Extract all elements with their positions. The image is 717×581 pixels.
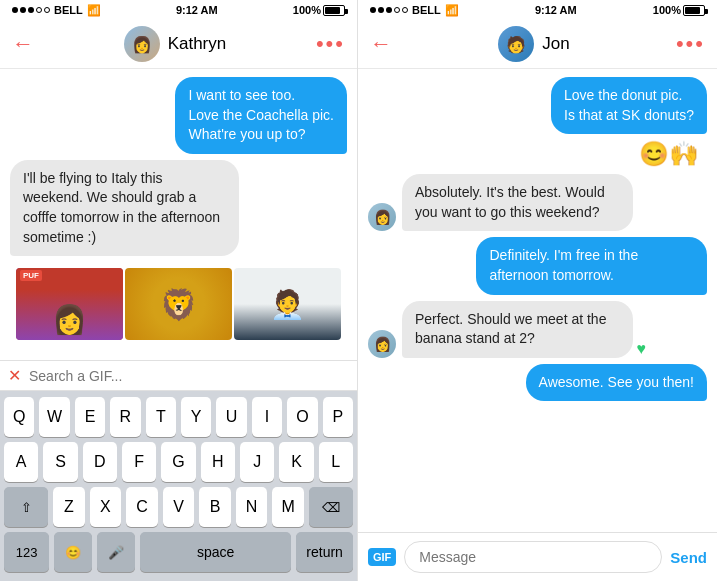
time-left: 9:12 AM <box>176 4 218 16</box>
key-e[interactable]: E <box>75 397 105 437</box>
battery-pct-right: 100% <box>653 4 681 16</box>
kb-row-1: A S D F G H J K L <box>4 442 353 482</box>
bubble-sent-0: I want to see too.Love the Coachella pic… <box>175 77 347 154</box>
gif-thumb-1[interactable]: 🦁 <box>125 268 232 340</box>
contact-name-right[interactable]: Jon <box>542 34 569 54</box>
key-w[interactable]: W <box>39 397 69 437</box>
gif-thumb-0[interactable]: PUF 👩 <box>16 268 123 340</box>
bubble-r2: Absolutely. It's the best. Would you wan… <box>402 174 633 231</box>
rdot1 <box>370 7 376 13</box>
gif-search-input[interactable] <box>29 368 349 384</box>
dot3 <box>28 7 34 13</box>
key-m[interactable]: M <box>272 487 304 527</box>
key-k[interactable]: K <box>279 442 313 482</box>
key-v[interactable]: V <box>163 487 195 527</box>
gif-thumb-2[interactable]: 🧑‍💼 <box>234 268 341 340</box>
key-x[interactable]: X <box>90 487 122 527</box>
kb-row-0: Q W E R T Y U I O P <box>4 397 353 437</box>
key-y[interactable]: Y <box>181 397 211 437</box>
avatar-small-r2: 👩 <box>368 203 396 231</box>
key-b[interactable]: B <box>199 487 231 527</box>
send-button[interactable]: Send <box>670 549 707 566</box>
heart-icon: ♥ <box>637 340 647 358</box>
avatar-left[interactable]: 👩 <box>124 26 160 62</box>
key-mic[interactable]: 🎤 <box>97 532 135 572</box>
avatar-small-r4: 👩 <box>368 330 396 358</box>
message-row-0: I want to see too.Love the Coachella pic… <box>10 77 347 154</box>
kb-row-3: 123 😊 🎤 space return <box>4 532 353 572</box>
key-j[interactable]: J <box>240 442 274 482</box>
wifi-icon-left: 📶 <box>87 4 101 17</box>
nav-bar-right: ← 🧑 Jon ••• <box>358 20 717 69</box>
back-button-right[interactable]: ← <box>370 31 392 57</box>
gif-clear-button[interactable]: ✕ <box>8 366 21 385</box>
key-q[interactable]: Q <box>4 397 34 437</box>
key-t[interactable]: T <box>146 397 176 437</box>
msg-emoji-row: 😊🙌 <box>368 140 707 168</box>
key-123[interactable]: 123 <box>4 532 49 572</box>
bubble-text-r3: Definitely. I'm free in the afternoon to… <box>489 247 638 283</box>
wifi-icon-right: 📶 <box>445 4 459 17</box>
battery-right: 100% <box>653 4 705 16</box>
key-p[interactable]: P <box>323 397 353 437</box>
status-bar-left: BELL 📶 9:12 AM 100% <box>0 0 357 20</box>
rdot2 <box>378 7 384 13</box>
dot5 <box>44 7 50 13</box>
key-delete[interactable]: ⌫ <box>309 487 353 527</box>
avatar-right[interactable]: 🧑 <box>498 26 534 62</box>
key-shift[interactable]: ⇧ <box>4 487 48 527</box>
key-r[interactable]: R <box>110 397 140 437</box>
dot4 <box>36 7 42 13</box>
bubble-text-r5: Awesome. See you then! <box>539 374 694 390</box>
key-return[interactable]: return <box>296 532 353 572</box>
keyboard: Q W E R T Y U I O P A S D F G H J K L ⇧ … <box>0 391 357 581</box>
time-right: 9:12 AM <box>535 4 577 16</box>
left-phone: BELL 📶 9:12 AM 100% ← 👩 Kathryn ••• I wa… <box>0 0 358 581</box>
avatar-icon-right: 🧑 <box>506 35 526 54</box>
gif-label-0: PUF <box>20 270 42 281</box>
gif-man: 🧑‍💼 <box>234 268 341 340</box>
key-s[interactable]: S <box>43 442 77 482</box>
more-button-left[interactable]: ••• <box>316 31 345 57</box>
key-o[interactable]: O <box>287 397 317 437</box>
back-button-left[interactable]: ← <box>12 31 34 57</box>
key-f[interactable]: F <box>122 442 156 482</box>
gif-face-woman: PUF 👩 <box>16 268 123 340</box>
key-l[interactable]: L <box>319 442 353 482</box>
key-n[interactable]: N <box>236 487 268 527</box>
key-g[interactable]: G <box>161 442 195 482</box>
bubble-text-0: I want to see too.Love the Coachella pic… <box>188 87 334 142</box>
status-left: BELL 📶 <box>12 4 101 17</box>
gif-lion: 🦁 <box>125 268 232 340</box>
key-emoji[interactable]: 😊 <box>54 532 92 572</box>
emoji-display: 😊🙌 <box>639 140 699 168</box>
dot1 <box>12 7 18 13</box>
key-a[interactable]: A <box>4 442 38 482</box>
messages-left: I want to see too.Love the Coachella pic… <box>0 69 357 360</box>
bubble-r3: Definitely. I'm free in the afternoon to… <box>476 237 707 294</box>
key-d[interactable]: D <box>83 442 117 482</box>
key-u[interactable]: U <box>216 397 246 437</box>
nav-bar-left: ← 👩 Kathryn ••• <box>0 20 357 69</box>
gif-search-bar: ✕ <box>0 360 357 391</box>
battery-fill-right <box>685 7 700 14</box>
messages-right: Love the donut pic.Is that at SK donuts?… <box>358 69 717 532</box>
gif-button[interactable]: GIF <box>368 548 396 566</box>
key-i[interactable]: I <box>252 397 282 437</box>
bubble-text-r4: Perfect. Should we meet at the banana st… <box>415 311 606 347</box>
contact-name-left[interactable]: Kathryn <box>168 34 227 54</box>
key-c[interactable]: C <box>126 487 158 527</box>
bubble-r4: Perfect. Should we meet at the banana st… <box>402 301 633 358</box>
message-input[interactable] <box>404 541 662 573</box>
kb-row-2: ⇧ Z X C V B N M ⌫ <box>4 487 353 527</box>
key-space[interactable]: space <box>140 532 291 572</box>
avatar-face-r2: 👩 <box>368 203 396 231</box>
battery-left: 100% <box>293 4 345 16</box>
avatar-face-r4: 👩 <box>368 330 396 358</box>
key-z[interactable]: Z <box>53 487 85 527</box>
key-h[interactable]: H <box>201 442 235 482</box>
more-button-right[interactable]: ••• <box>676 31 705 57</box>
battery-fill-left <box>325 7 340 14</box>
status-left-right: BELL 📶 <box>370 4 459 17</box>
message-input-bar: GIF Send <box>358 532 717 581</box>
